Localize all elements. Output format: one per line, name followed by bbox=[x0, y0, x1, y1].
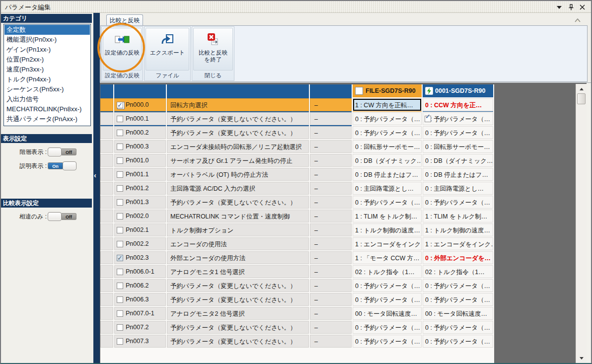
sidebar-category-item[interactable]: 位置(Pn2xx-) bbox=[4, 55, 90, 65]
row-name-cell[interactable]: アナログモニタ2 信号選択 bbox=[167, 307, 309, 320]
row-name-cell[interactable]: 予約パラメータ（変更しないでください。） bbox=[167, 335, 309, 348]
row-select-cell[interactable] bbox=[100, 237, 113, 250]
sidebar-category-item[interactable]: 共通パラメータ(PnAxx-) bbox=[4, 114, 90, 124]
row-checkbox[interactable] bbox=[117, 227, 123, 233]
row-name-cell[interactable]: MECHATROLINK コマンド位置・速度制御 bbox=[167, 210, 309, 222]
hierarchy-display-toggle[interactable]: Off bbox=[48, 147, 76, 156]
row-name-cell[interactable]: 回転方向選択 bbox=[167, 98, 309, 111]
row-select-cell[interactable] bbox=[100, 126, 113, 139]
row-target-value-cell[interactable]: 1 : TLIM をトルク制… bbox=[423, 210, 493, 222]
row-target-value-cell[interactable]: 0 : 予約パラメータ（… bbox=[423, 335, 493, 348]
row-target-value-cell[interactable]: 0 : 主回路電源とし… bbox=[423, 182, 493, 195]
row-no-cell[interactable]: Pn000.1 bbox=[114, 112, 166, 125]
sidebar-category-item[interactable]: 機能選択(Pn0xx-) bbox=[4, 35, 90, 45]
row-no-cell[interactable]: Pn001.1 bbox=[114, 168, 166, 181]
row-reference-value-cell[interactable]: 0 : 主回路電源とし… bbox=[353, 182, 422, 195]
target-source-title[interactable]: 0001-SGD7S-R90 bbox=[423, 84, 493, 97]
sidebar-category-item[interactable]: 速度(Pn3xx-) bbox=[4, 65, 90, 74]
row-reference-value-cell[interactable]: 0 : 予約パラメータ（… bbox=[353, 126, 422, 139]
row-reference-value-cell[interactable]: 0 : 予約パラメータ（… bbox=[353, 321, 422, 334]
row-select-cell[interactable] bbox=[100, 251, 113, 264]
sidebar-category-item[interactable]: 全定数 bbox=[4, 25, 90, 35]
row-no-cell[interactable]: Pn002.2 bbox=[114, 237, 166, 250]
row-select-cell[interactable] bbox=[100, 335, 113, 348]
row-target-value-cell[interactable]: 0 : 予約パラメータ（… bbox=[423, 112, 493, 125]
row-select-cell[interactable] bbox=[100, 168, 113, 181]
row-reference-value-cell[interactable]: 1 : トルク制御の速度… bbox=[353, 223, 422, 236]
row-select-cell[interactable] bbox=[100, 140, 113, 153]
row-no-cell[interactable]: Pn002.1 bbox=[114, 223, 166, 236]
reference-source-title[interactable]: FILE-SGD7S-R90 bbox=[353, 84, 422, 97]
sidebar-category-item[interactable]: MECHATROLINK(Pn8xx-) bbox=[4, 104, 90, 114]
sidebar-category-item[interactable]: シーケンス(Pn5xx-) bbox=[4, 84, 90, 94]
scroll-up-icon[interactable] bbox=[577, 85, 586, 93]
row-reference-value-cell[interactable]: 1 : CW 方向を正転… bbox=[353, 98, 422, 111]
row-no-cell[interactable]: Pn002.3 bbox=[114, 251, 166, 264]
sidebar-splitter[interactable]: ‹ bbox=[93, 13, 100, 363]
row-target-value-cell[interactable]: 1 : トルク制御の速度… bbox=[423, 223, 493, 236]
row-checkbox[interactable] bbox=[117, 269, 123, 275]
window-menu-dropdown-icon[interactable] bbox=[555, 3, 563, 11]
row-no-cell[interactable]: Pn002.0 bbox=[114, 210, 166, 222]
row-reference-value-cell[interactable]: 00 : モータ回転速度… bbox=[353, 307, 422, 320]
description-display-toggle[interactable]: On bbox=[48, 161, 76, 170]
row-select-cell[interactable] bbox=[100, 279, 113, 292]
row-select-cell[interactable] bbox=[100, 265, 113, 278]
row-no-cell[interactable]: Pn000.3 bbox=[114, 140, 166, 153]
differences-only-toggle[interactable]: Off bbox=[48, 212, 76, 221]
row-target-value-cell[interactable]: 0 : 予約パラメータ（… bbox=[423, 293, 493, 306]
row-name-cell[interactable]: 予約パラメータ（変更しないでください。） bbox=[167, 196, 309, 209]
row-no-cell[interactable]: Pn007.2 bbox=[114, 321, 166, 334]
row-target-value-cell[interactable]: 0 : CCW 方向を正… bbox=[423, 98, 493, 111]
row-target-value-cell[interactable]: 0 : 予約パラメータ（… bbox=[423, 196, 493, 209]
row-select-cell[interactable] bbox=[100, 182, 113, 195]
row-target-value-cell[interactable]: 0 : 回転形サーボモー… bbox=[423, 140, 493, 153]
row-select-cell[interactable] bbox=[100, 210, 113, 222]
row-name-cell[interactable]: トルク制御オプション bbox=[167, 223, 309, 236]
row-target-value-cell[interactable]: 1 : エンコーダをインク… bbox=[423, 237, 493, 250]
row-no-cell[interactable]: Pn007.3 bbox=[114, 335, 166, 348]
row-checkbox[interactable] bbox=[117, 241, 123, 247]
row-reference-value-cell[interactable]: 1 : TLIM をトルク制… bbox=[353, 210, 422, 222]
sidebar-category-item[interactable]: トルク(Pn4xx-) bbox=[4, 74, 90, 84]
row-name-cell[interactable]: 予約パラメータ（変更しないでください。） bbox=[167, 293, 309, 306]
row-no-cell[interactable]: Pn001.2 bbox=[114, 182, 166, 195]
row-select-cell[interactable] bbox=[100, 154, 113, 167]
row-select-cell[interactable] bbox=[100, 293, 113, 306]
row-checkbox[interactable] bbox=[117, 171, 123, 178]
scrollbar-thumb[interactable] bbox=[577, 93, 586, 104]
row-select-cell[interactable] bbox=[100, 321, 113, 334]
row-name-cell[interactable]: サーボオフ及び Gr.1 アラーム発生時の停止 bbox=[167, 154, 309, 167]
row-name-cell[interactable]: 予約パラメータ（変更しないでください。） bbox=[167, 126, 309, 139]
row-name-cell[interactable]: 予約パラメータ（変更しないでください。） bbox=[167, 321, 309, 334]
row-reference-value-cell[interactable]: 0 : 予約パラメータ（… bbox=[353, 196, 422, 209]
row-no-cell[interactable]: Pn001.3 bbox=[114, 196, 166, 209]
row-no-cell[interactable]: Pn001.0 bbox=[114, 154, 166, 167]
row-checkbox[interactable] bbox=[117, 255, 123, 261]
row-target-value-cell[interactable]: 0 : 予約パラメータ（… bbox=[423, 126, 493, 139]
row-name-cell[interactable]: アナログモニタ1 信号選択 bbox=[167, 265, 309, 278]
row-checkbox[interactable] bbox=[117, 102, 123, 108]
row-select-cell[interactable] bbox=[100, 307, 113, 320]
ribbon-collapse-icon[interactable] bbox=[573, 16, 582, 24]
sidebar-category-item[interactable]: ゲイン(Pn1xx-) bbox=[4, 45, 90, 55]
row-reference-value-cell[interactable]: 0 : 予約パラメータ（… bbox=[353, 279, 422, 292]
row-reference-value-cell[interactable]: 1 : エンコーダをインク… bbox=[353, 237, 422, 250]
reference-checkbox[interactable] bbox=[355, 87, 363, 95]
close-icon[interactable] bbox=[578, 3, 586, 11]
vertical-scrollbar[interactable] bbox=[576, 84, 587, 363]
row-checkbox[interactable] bbox=[117, 185, 123, 192]
row-select-cell[interactable] bbox=[100, 196, 113, 209]
row-reference-value-cell[interactable]: 0 : 予約パラメータ（… bbox=[353, 112, 422, 125]
row-target-value-cell[interactable]: 0 : DB（ダイナミック… bbox=[423, 154, 493, 167]
row-select-cell[interactable] bbox=[100, 112, 113, 125]
apply-settings-button[interactable]: 設定値の反映 bbox=[103, 28, 142, 71]
row-reference-value-cell[interactable]: 02 : トルク指令（1… bbox=[353, 265, 422, 278]
tab-compare-reflect[interactable]: 比較と反映 bbox=[106, 14, 143, 26]
row-checkbox[interactable] bbox=[117, 283, 123, 289]
row-no-cell[interactable]: Pn006.2 bbox=[114, 279, 166, 292]
row-no-cell[interactable]: Pn006.0-1 bbox=[114, 265, 166, 278]
row-no-cell[interactable]: Pn006.3 bbox=[114, 293, 166, 306]
pin-icon[interactable] bbox=[567, 3, 575, 11]
row-checkbox[interactable] bbox=[117, 338, 123, 345]
